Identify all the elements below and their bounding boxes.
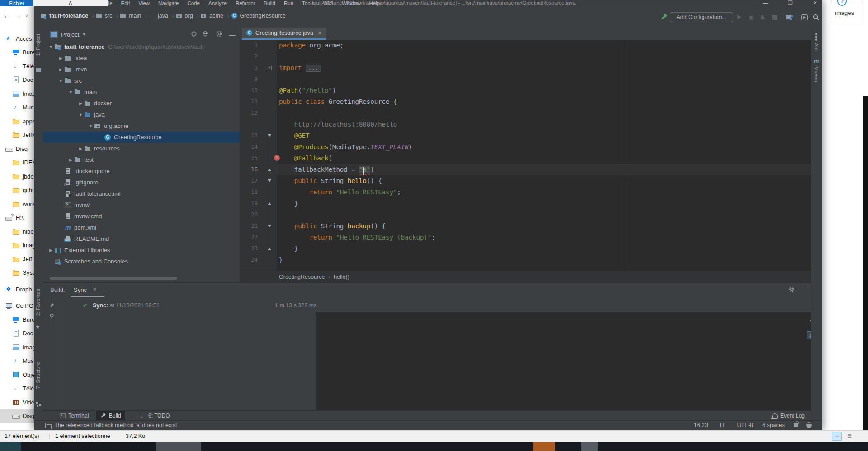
code-line-21[interactable]: 21 public String backup() { (240, 221, 814, 232)
lock-icon[interactable] (794, 423, 798, 427)
tree-item-fault-tolerance.iml[interactable]: fault-tolerance.iml (43, 188, 240, 199)
tree-item-external-libraries[interactable]: ▶External Libraries (43, 244, 240, 256)
taskbar-app[interactable] (581, 442, 598, 451)
build-result-row[interactable]: ✔ Sync: at 11/10/2021 09:51 1 m 13 s 322… (61, 301, 822, 312)
code-line-11[interactable]: 11public class GreetingResource { (240, 96, 814, 108)
highlighting-level-icon[interactable] (806, 422, 812, 428)
thumbnail-view-button[interactable]: ▤ (844, 432, 854, 441)
breadcrumb-java[interactable]: java (149, 13, 168, 19)
toolwindow-terminal[interactable]: Terminal (56, 411, 93, 421)
list-view-button[interactable]: ≔ (832, 432, 842, 441)
select-opened-file-icon[interactable] (191, 31, 200, 37)
sidebar-item-bure[interactable]: Bure (0, 46, 34, 60)
build-console[interactable]: ≡ ⇵ (316, 312, 822, 411)
tree-item-greetingresource[interactable]: GreetingResource (43, 132, 240, 143)
code-line-12[interactable]: 12 (240, 108, 814, 119)
sidebar-item-accès[interactable]: Accès (0, 32, 34, 46)
sidebar-item-disq[interactable]: Disq (0, 409, 34, 423)
tree-item-main[interactable]: ▼main (43, 86, 240, 98)
breadcrumb-greetingresource[interactable]: GreetingResource (231, 13, 286, 19)
chevron-right-icon[interactable]: ▶ (57, 56, 64, 61)
sidebar-item-doc[interactable]: Doc (0, 73, 34, 87)
close-icon[interactable]: ✕ (93, 287, 97, 292)
tool-stripe-structure[interactable]: 7: Structure (35, 362, 41, 389)
run-anything-icon[interactable] (798, 12, 810, 22)
chevron-down-icon[interactable]: ▼ (87, 124, 94, 128)
explorer-file-menu[interactable]: Fichier (0, 0, 33, 6)
chevron-down-icon[interactable]: ˅ (25, 14, 28, 19)
file-encoding[interactable]: UTF-8 (737, 422, 753, 428)
filter-icon[interactable] (49, 313, 55, 319)
sidebar-item-githu[interactable]: githu (0, 183, 34, 197)
windows-taskbar[interactable] (0, 442, 868, 451)
chevron-down-icon[interactable]: ▼ (67, 90, 74, 94)
close-icon[interactable]: ✕ (318, 30, 322, 36)
menu-run[interactable]: Run (284, 0, 293, 6)
chevron-down-icon[interactable]: ▼ (57, 79, 64, 83)
breadcrumb-acme[interactable]: acme (201, 13, 223, 19)
menu-navigate[interactable]: Navigate (158, 0, 179, 6)
chevron-right-icon[interactable]: ▶ (77, 101, 84, 106)
code-line-10[interactable]: 10@Path("/hello") (240, 85, 814, 96)
sidebar-item-ce pc[interactable]: Ce PC (0, 299, 34, 313)
sidebar-item-jeff[interactable]: Jeff (0, 252, 34, 266)
tree-item-java[interactable]: ▼java (43, 109, 240, 120)
taskbar-app[interactable] (533, 442, 555, 451)
sidebar-item-disq[interactable]: Disq (0, 142, 34, 156)
stop-icon[interactable] (769, 12, 780, 22)
tree-item-org.acme[interactable]: ▼org.acme (43, 120, 240, 132)
code-line-1[interactable]: 1package org.acme; (240, 40, 814, 51)
breadcrumb-class[interactable]: GreetingResource (279, 274, 325, 280)
tool-stripe-favorites[interactable]: 2: Favorites (35, 289, 41, 316)
tool-stripe-project[interactable]: 1: Project (35, 34, 41, 56)
line-separator[interactable]: LF (719, 422, 726, 428)
code-line-22[interactable]: 22 return "Hello RESTEasy (backup)"; (240, 232, 814, 243)
sidebar-item-bure[interactable]: Bure (0, 313, 34, 327)
breadcrumb-src[interactable]: src (96, 13, 113, 19)
toolwindow-build[interactable]: Build (96, 411, 125, 421)
build-hammer-icon[interactable] (658, 12, 670, 22)
tree-item-.gitignore[interactable]: .gitignore (43, 177, 240, 188)
sidebar-item-imag[interactable]: imag (0, 239, 34, 253)
sidebar-item-jbde[interactable]: jbde (0, 169, 34, 183)
caret-position[interactable]: 16:23 (694, 422, 708, 428)
code-line-15[interactable]: 15! @Fallback( (240, 153, 814, 164)
fold-down-icon[interactable] (268, 134, 271, 137)
sidebar-item-mus[interactable]: Mus (0, 101, 34, 115)
code-line-folded-comment[interactable]: http://localhost:8080/hello (240, 119, 814, 130)
tree-item-src[interactable]: ▼src (43, 75, 240, 86)
menu-view[interactable]: View (138, 0, 150, 6)
menu-build[interactable]: Build (264, 0, 275, 6)
project-structure-icon[interactable] (783, 12, 795, 22)
build-tab-sync[interactable]: Sync (74, 287, 87, 293)
indent-setting[interactable]: 4 spaces (762, 422, 785, 428)
fold-up-icon[interactable] (268, 169, 271, 171)
fold-plus-icon[interactable]: + (267, 66, 272, 70)
code-editor[interactable]: 1package org.acme;23+import ...910@Path(… (240, 40, 814, 271)
horizontal-scrollbar[interactable] (50, 277, 177, 280)
add-configuration-button[interactable]: Add Configuration... (670, 12, 734, 22)
fold-up-icon[interactable] (268, 202, 271, 205)
code-line-9[interactable]: 9 (240, 74, 814, 85)
sidebar-item-h:\[interactable]: H:\ (0, 211, 34, 225)
sidebar-item-idea[interactable]: IDEA (0, 156, 34, 170)
status-message[interactable]: The referenced fallback method 'a' does … (54, 422, 177, 428)
close-button[interactable]: ✕ (808, 0, 822, 6)
pin-icon[interactable] (49, 302, 55, 309)
menu-code[interactable]: Code (187, 0, 200, 6)
gear-icon[interactable] (216, 31, 225, 37)
code-line-17[interactable]: 17 public String hello() { (240, 175, 814, 187)
sidebar-item-obje[interactable]: Obje (0, 368, 34, 382)
sidebar-item-work[interactable]: work (0, 197, 34, 211)
chevron-right-icon[interactable]: ▶ (47, 248, 54, 253)
event-log-button[interactable]: Event Log (772, 411, 805, 421)
hide-panel-icon[interactable]: — (803, 285, 809, 292)
chevron-right-icon[interactable]: ▶ (77, 146, 84, 151)
search-everywhere-icon[interactable] (810, 12, 822, 22)
chevron-down-icon[interactable]: ▼ (47, 45, 54, 49)
tree-item-scratches-and-consoles[interactable]: Scratches and Consoles (43, 256, 240, 267)
error-gutter-icon[interactable]: ! (274, 155, 280, 161)
fold-down-icon[interactable] (268, 225, 271, 227)
sidebar-item-doc[interactable]: Doc (0, 327, 34, 341)
sidebar-item-jeffm[interactable]: JeffM (0, 128, 34, 142)
